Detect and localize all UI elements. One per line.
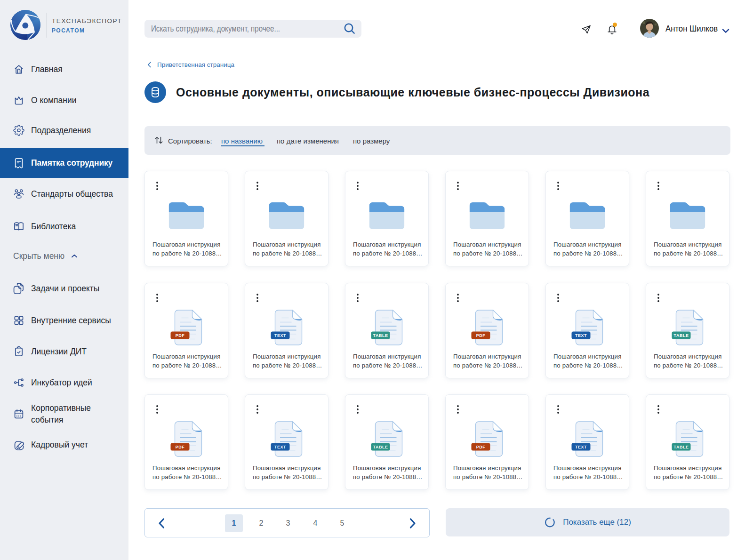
svg-text:TABLE: TABLE [373,445,388,449]
svg-text:TEXT: TEXT [575,333,587,338]
svg-text:TEXT: TEXT [274,445,286,449]
svg-text:TEXT: TEXT [274,333,286,338]
svg-text:TEXT: TEXT [575,445,587,449]
svg-text:PDF: PDF [176,445,185,449]
svg-text:TABLE: TABLE [373,333,388,338]
svg-text:PDF: PDF [176,333,185,338]
svg-text:PDF: PDF [476,333,486,338]
svg-text:TABLE: TABLE [674,333,689,338]
svg-text:TABLE: TABLE [674,445,689,449]
svg-text:PDF: PDF [476,445,486,449]
